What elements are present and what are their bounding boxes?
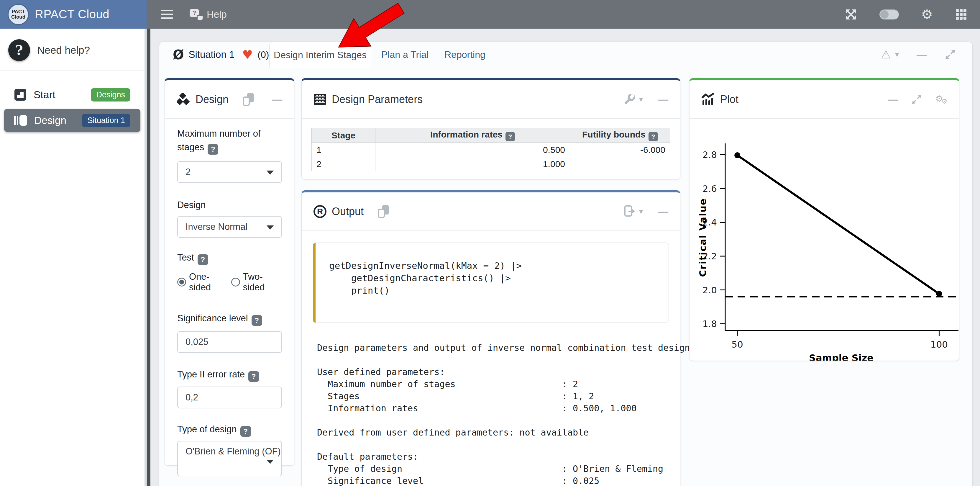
- settings-gear-icon[interactable]: ⚙: [921, 7, 933, 22]
- logo-text-bottom: Cloud: [11, 14, 25, 20]
- futility-bound-cell[interactable]: [570, 157, 670, 171]
- copy-icon[interactable]: [378, 205, 389, 218]
- sidebar-item-design[interactable]: Design Situation 1: [4, 109, 140, 132]
- top-bar: PACT Cloud RPACT Cloud ? Help: [0, 0, 980, 29]
- tab-design-interim-stages[interactable]: Design Interim Stages: [269, 42, 371, 68]
- caret-down-icon: [267, 225, 274, 229]
- help-chat-icon: ?: [189, 9, 203, 20]
- start-icon: [14, 89, 27, 101]
- radio-two-sided[interactable]: [231, 278, 240, 287]
- menu-icon[interactable]: [161, 10, 173, 19]
- tab-reporting[interactable]: Reporting: [444, 42, 485, 67]
- stage-cell: 2: [312, 157, 375, 171]
- sidebar-divider: [0, 70, 145, 71]
- radio-one-sided[interactable]: [177, 278, 186, 287]
- chevron-down-icon: ▼: [639, 97, 643, 102]
- design-select[interactable]: Inverse Normal: [177, 216, 282, 238]
- situation-label: Situation 1: [188, 49, 234, 60]
- plot-settings-gears-icon[interactable]: ⚙ ⚙: [935, 94, 947, 105]
- one-sided-label: One-sided: [189, 271, 224, 293]
- col-stage: Stage: [312, 128, 375, 143]
- chart-icon: [701, 93, 715, 106]
- table-header-row: Stage Information rates? Futility bounds…: [312, 128, 670, 143]
- r-logo-icon: R: [313, 205, 326, 218]
- apps-grid-icon[interactable]: [955, 8, 967, 20]
- help-button[interactable]: ? Help: [189, 9, 227, 20]
- critical-value-chart[interactable]: 1.82.02.22.42.62.850100Sample SizeCritic…: [689, 119, 959, 360]
- situation-badge: Situation 1: [82, 114, 130, 127]
- two-sided-label: Two-sided: [243, 271, 277, 293]
- plot-panel-header: Plot — ⚙ ⚙: [689, 80, 959, 119]
- warnings-dropdown[interactable]: ⚠ ▼: [881, 48, 899, 61]
- expand-plot-icon[interactable]: [911, 94, 922, 105]
- type-of-design-label: Type of design?: [177, 422, 282, 437]
- sidebar-item-start[interactable]: Start Designs: [8, 85, 136, 104]
- minimize-plot-panel[interactable]: —: [888, 94, 898, 105]
- tab-situation-1[interactable]: Ø Situation 1 ♥ (0): [166, 42, 275, 67]
- type2-error-input[interactable]: [177, 387, 282, 408]
- design-value: Inverse Normal: [186, 221, 247, 232]
- minimize-design-panel[interactable]: —: [272, 94, 282, 105]
- type-of-design-select[interactable]: O'Brien & Fleming (OF): [177, 441, 282, 476]
- minimize-output-panel[interactable]: —: [658, 206, 668, 217]
- app-root: PACT Cloud RPACT Cloud ? Help: [0, 0, 980, 486]
- svg-text:2.0: 2.0: [703, 285, 717, 295]
- table-tools-dropdown[interactable]: ▼: [624, 94, 643, 105]
- information-rate-cell[interactable]: 1.000: [375, 157, 570, 171]
- r-code-block[interactable]: getDesignInverseNormal(kMax = 2) |> getD…: [313, 242, 669, 323]
- help-badge-icon[interactable]: ?: [208, 144, 218, 155]
- table-icon: [313, 94, 326, 105]
- significance-input[interactable]: [177, 331, 282, 353]
- help-badge-icon[interactable]: ?: [248, 371, 259, 382]
- minimize-card-button[interactable]: —: [916, 49, 927, 61]
- output-panel: R Output ▼ — getDesignInverseNormal(kMax…: [301, 190, 680, 486]
- theme-toggle[interactable]: [880, 10, 899, 19]
- rpact-logo[interactable]: PACT Cloud: [8, 4, 29, 25]
- design-panel-title: Design: [196, 93, 229, 106]
- tab-bar: Ø Situation 1 ♥ (0) Design Interim Stage…: [159, 42, 972, 67]
- design-icon: [14, 115, 27, 126]
- copy-icon[interactable]: [243, 93, 254, 106]
- help-badge-icon[interactable]: ?: [649, 132, 658, 141]
- help-badge-icon[interactable]: ?: [251, 315, 262, 326]
- table-row: 1 0.500 -6.000: [312, 143, 670, 157]
- brand-section: PACT Cloud RPACT Cloud: [0, 0, 146, 29]
- r-code: getDesignInverseNormal(kMax = 2) |> getD…: [329, 260, 668, 296]
- design-parameters-table: Stage Information rates? Futility bounds…: [312, 128, 670, 171]
- table-row: 2 1.000: [312, 157, 670, 171]
- svg-text:50: 50: [732, 339, 743, 350]
- design-parameters-title: Design Parameters: [332, 93, 423, 106]
- question-mark-icon: ?: [8, 39, 30, 61]
- caret-down-icon: [267, 460, 274, 464]
- type2-error-label: Type II error rate?: [177, 368, 282, 382]
- svg-text:100: 100: [931, 339, 948, 350]
- design-select-label: Design: [177, 198, 282, 212]
- help-badge-icon[interactable]: ?: [506, 132, 515, 141]
- help-badge-icon[interactable]: ?: [240, 426, 251, 437]
- need-help-link[interactable]: ? Need help?: [8, 39, 136, 61]
- card-header-icons: ⚠ ▼ —: [881, 42, 956, 67]
- futility-bound-cell[interactable]: -6.000: [570, 143, 670, 157]
- output-panel-title: Output: [332, 206, 364, 218]
- heart-icon[interactable]: ♥: [242, 48, 253, 61]
- sidebar-item-label: Design: [34, 115, 66, 126]
- chevron-down-icon: ▼: [895, 52, 899, 57]
- output-panel-header: R Output ▼ —: [302, 193, 680, 231]
- caret-down-icon: [267, 170, 274, 175]
- help-badge-icon[interactable]: ?: [197, 254, 208, 265]
- top-bar-right: ? Help ⚙: [146, 0, 980, 29]
- test-label: Test?: [177, 251, 282, 265]
- scrollbar[interactable]: [147, 29, 150, 486]
- max-stages-select[interactable]: 2: [177, 161, 282, 183]
- tab-plan-a-trial[interactable]: Plan a Trial: [381, 42, 428, 67]
- expand-card-icon[interactable]: [944, 49, 956, 61]
- top-bar-icons: ⚙: [845, 7, 967, 22]
- minimize-parameters-panel[interactable]: —: [658, 94, 668, 105]
- design-form: Maximum number of stages? 2 Design Inver…: [165, 127, 294, 476]
- fullscreen-icon[interactable]: [845, 8, 857, 21]
- designs-badge: Designs: [91, 88, 130, 102]
- information-rate-cell[interactable]: 0.500: [375, 143, 570, 157]
- plot-svg: 1.82.02.22.42.62.850100Sample SizeCritic…: [689, 119, 959, 360]
- design-parameters-panel: Design Parameters ▼ — Stage Information …: [301, 78, 680, 179]
- export-dropdown[interactable]: ▼: [624, 206, 643, 218]
